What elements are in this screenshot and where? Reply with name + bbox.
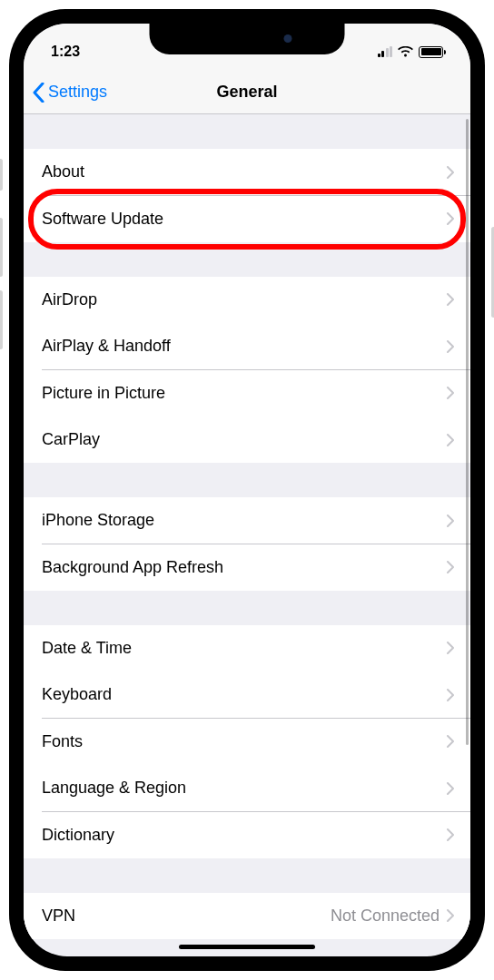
cellular-signal-icon — [378, 46, 393, 57]
chevron-right-icon — [447, 561, 454, 573]
group-spacer — [24, 242, 470, 277]
phone-bezel: 1:23 Settings G — [9, 9, 485, 971]
row-label: VPN — [42, 906, 75, 926]
row-keyboard[interactable]: Keyboard — [24, 671, 470, 718]
chevron-right-icon — [447, 909, 454, 922]
chevron-right-icon — [447, 166, 454, 179]
chevron-right-icon — [447, 828, 454, 841]
settings-group: AirDrop AirPlay & Handoff Picture in Pic… — [24, 277, 470, 464]
row-dictionary[interactable]: Dictionary — [24, 812, 470, 858]
chevron-right-icon — [447, 782, 454, 795]
navigation-bar: Settings General — [24, 71, 470, 114]
chevron-right-icon — [447, 212, 454, 225]
row-label: iPhone Storage — [42, 511, 154, 530]
chevron-right-icon — [447, 514, 454, 527]
back-button[interactable]: Settings — [33, 83, 107, 103]
row-label: CarPlay — [42, 430, 100, 449]
status-time: 1:23 — [51, 44, 80, 60]
chevron-right-icon — [447, 642, 454, 654]
row-label: AirPlay & Handoff — [42, 337, 171, 356]
wifi-icon — [398, 46, 413, 57]
row-carplay[interactable]: CarPlay — [24, 416, 470, 463]
scroll-indicator — [466, 119, 469, 745]
battery-icon — [419, 46, 443, 58]
row-airdrop[interactable]: AirDrop — [24, 277, 470, 323]
row-label: About — [42, 162, 84, 181]
screen: 1:23 Settings G — [24, 24, 470, 956]
settings-group: About Software Update — [24, 149, 470, 242]
group-spacer — [24, 463, 470, 497]
mute-switch — [0, 159, 3, 191]
settings-list[interactable]: About Software Update A — [24, 114, 470, 956]
row-iphone-storage[interactable]: iPhone Storage — [24, 497, 470, 544]
row-vpn[interactable]: VPN Not Connected — [24, 893, 470, 939]
chevron-right-icon — [447, 735, 454, 748]
row-label: Dictionary — [42, 826, 114, 845]
chevron-right-icon — [447, 387, 454, 399]
row-picture-in-picture[interactable]: Picture in Picture — [24, 370, 470, 416]
row-label: AirDrop — [42, 290, 97, 309]
home-indicator[interactable] — [179, 945, 315, 949]
phone-device-frame: 1:23 Settings G — [0, 0, 494, 980]
row-about[interactable]: About — [24, 149, 470, 195]
row-label: Date & Time — [42, 639, 132, 658]
row-label: Picture in Picture — [42, 384, 165, 403]
settings-group: iPhone Storage Background App Refresh — [24, 497, 470, 591]
group-spacer — [24, 114, 470, 149]
row-date-time[interactable]: Date & Time — [24, 625, 470, 671]
chevron-right-icon — [447, 689, 454, 701]
row-software-update[interactable]: Software Update — [24, 196, 470, 242]
volume-up-button — [0, 218, 3, 277]
row-label: Keyboard — [42, 685, 112, 704]
row-label: Software Update — [42, 210, 163, 229]
settings-group: Date & Time Keyboard Fonts — [24, 625, 470, 858]
row-label: Fonts — [42, 732, 83, 751]
chevron-right-icon — [447, 340, 454, 353]
row-airplay-handoff[interactable]: AirPlay & Handoff — [24, 323, 470, 369]
row-fonts[interactable]: Fonts — [24, 719, 470, 765]
row-label: Background App Refresh — [42, 558, 223, 577]
row-background-app-refresh[interactable]: Background App Refresh — [24, 544, 470, 591]
notch — [150, 24, 345, 54]
chevron-right-icon — [447, 434, 454, 446]
status-icons — [378, 46, 444, 58]
volume-down-button — [0, 290, 3, 349]
chevron-right-icon — [447, 293, 454, 306]
row-label: Language & Region — [42, 779, 186, 798]
group-spacer — [24, 591, 470, 625]
chevron-left-icon — [33, 83, 44, 103]
back-label: Settings — [48, 83, 107, 102]
settings-group: VPN Not Connected — [24, 893, 470, 939]
row-value: Not Connected — [331, 906, 440, 926]
row-language-region[interactable]: Language & Region — [24, 765, 470, 811]
group-spacer — [24, 858, 470, 893]
page-title: General — [216, 83, 277, 102]
